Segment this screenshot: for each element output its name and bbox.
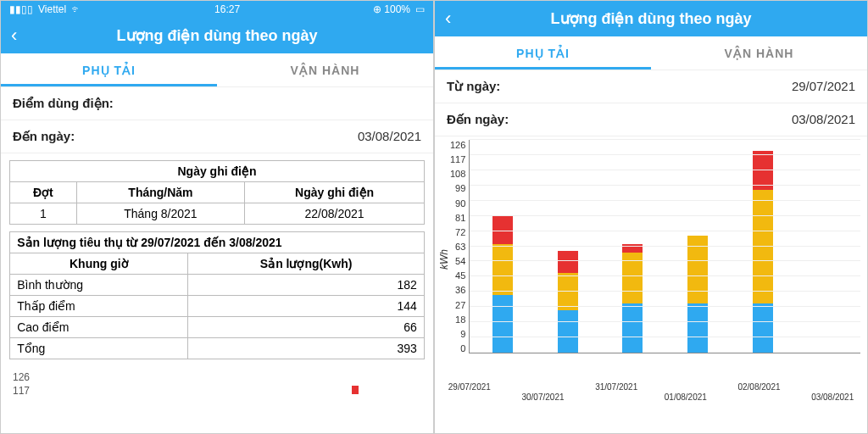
x-tick: 29/07/2021 bbox=[448, 382, 491, 392]
table-row: Tổng393 bbox=[10, 338, 425, 359]
y-axis-ticks: 1261171089990817263544536271890 bbox=[450, 140, 469, 353]
x-tick: 30/07/2021 bbox=[521, 392, 564, 402]
carrier-label: Viettel bbox=[38, 3, 66, 15]
tabs: PHỤ TẢI VẬN HÀNH bbox=[435, 36, 867, 70]
x-axis-ticks: 29/07/202130/07/202131/07/202101/08/2021… bbox=[435, 382, 867, 406]
chart-plot-area bbox=[469, 140, 860, 353]
x-tick: 01/08/2021 bbox=[665, 392, 707, 402]
row-point: Điểm dùng điện: bbox=[1, 87, 433, 120]
bar-segment bbox=[753, 190, 773, 303]
to-date-label: Đến ngày: bbox=[447, 112, 792, 127]
tabs: PHỤ TẢI VẬN HÀNH bbox=[1, 53, 433, 87]
col-date: Ngày ghi điện bbox=[245, 182, 424, 203]
bar-segment bbox=[558, 251, 578, 273]
point-label: Điểm dùng điện: bbox=[13, 96, 421, 111]
screen-left: ▮▮▯▯ Viettel ᯤ 16:27 ⊕ 100% ▭ ‹ Lượng đi… bbox=[0, 0, 434, 434]
col-month: Tháng/Năm bbox=[76, 182, 245, 203]
bar-segment bbox=[622, 303, 643, 353]
tab-load[interactable]: PHỤ TẢI bbox=[435, 36, 651, 70]
status-bar: ▮▮▯▯ Viettel ᯤ 16:27 ⊕ 100% ▭ bbox=[1, 1, 433, 18]
header: ‹ Lượng điện dùng theo ngày bbox=[435, 1, 867, 36]
reading-table: Ngày ghi điện Đợt Tháng/Năm Ngày ghi điệ… bbox=[9, 160, 425, 225]
x-tick: 02/08/2021 bbox=[737, 382, 780, 392]
x-tick: 03/08/2021 bbox=[811, 392, 854, 402]
content-left: Điểm dùng điện: Đến ngày: 03/08/2021 Ngà… bbox=[1, 87, 433, 433]
row-to-date[interactable]: Đến ngày: 03/08/2021 bbox=[435, 103, 867, 136]
table-row: Cao điểm66 bbox=[10, 317, 425, 338]
consumption-table: Sản lượng tiêu thụ từ 29/07/2021 đến 3/0… bbox=[9, 231, 425, 359]
col-kwh: Sản lượng(Kwh) bbox=[188, 253, 424, 275]
table-row: Thấp điểm144 bbox=[10, 296, 425, 317]
mini-chart-preview: 126 117 bbox=[1, 366, 433, 402]
bar-29/07/2021 bbox=[492, 215, 513, 353]
page-title: Lượng điện dùng theo ngày bbox=[11, 26, 423, 45]
bar-01/08/2021 bbox=[687, 236, 708, 353]
battery-percent: ⊕ 100% bbox=[373, 3, 410, 15]
battery-icon: ▭ bbox=[415, 3, 425, 15]
table-row: 1 Tháng 8/2021 22/08/2021 bbox=[10, 203, 425, 225]
content-right: Từ ngày: 29/07/2021 Đến ngày: 03/08/2021… bbox=[435, 70, 867, 433]
tab-operate[interactable]: VẬN HÀNH bbox=[651, 36, 867, 70]
row-from-date[interactable]: Từ ngày: 29/07/2021 bbox=[435, 70, 867, 103]
header: ‹ Lượng điện dùng theo ngày bbox=[1, 18, 433, 53]
bar-segment bbox=[687, 303, 708, 353]
bar-segment bbox=[492, 244, 513, 295]
from-date-value: 29/07/2021 bbox=[792, 79, 855, 94]
to-date-value: 03/08/2021 bbox=[792, 112, 855, 127]
to-date-label: Đến ngày: bbox=[13, 129, 358, 144]
screen-right: ‹ Lượng điện dùng theo ngày PHỤ TẢI VẬN … bbox=[434, 0, 868, 434]
bar-02/08/2021 bbox=[753, 151, 773, 353]
reading-header: Ngày ghi điện bbox=[10, 161, 425, 182]
tab-load[interactable]: PHỤ TẢI bbox=[1, 53, 217, 86]
row-to-date[interactable]: Đến ngày: 03/08/2021 bbox=[1, 120, 433, 153]
to-date-value: 03/08/2021 bbox=[358, 129, 421, 144]
daily-usage-chart: kWh 1261171089990817263544536271890 bbox=[435, 136, 867, 382]
bar-segment bbox=[492, 295, 513, 353]
consumption-header: Sản lượng tiêu thụ từ 29/07/2021 đến 3/0… bbox=[10, 232, 425, 253]
clock: 16:27 bbox=[214, 3, 240, 15]
y-axis-label: kWh bbox=[438, 140, 450, 379]
tab-operate[interactable]: VẬN HÀNH bbox=[217, 53, 433, 86]
x-tick: 31/07/2021 bbox=[595, 382, 637, 392]
table-row: Bình thường182 bbox=[10, 275, 425, 296]
bar-segment bbox=[558, 310, 578, 353]
from-date-label: Từ ngày: bbox=[447, 79, 792, 94]
page-title: Lượng điện dùng theo ngày bbox=[445, 9, 857, 28]
wifi-icon: ᯤ bbox=[71, 3, 81, 15]
signal-icon: ▮▮▯▯ bbox=[9, 3, 33, 15]
col-batch: Đợt bbox=[10, 182, 76, 203]
bar-segment-peak bbox=[352, 386, 359, 394]
col-slot: Khung giờ bbox=[10, 253, 188, 275]
bar-segment bbox=[753, 303, 773, 353]
